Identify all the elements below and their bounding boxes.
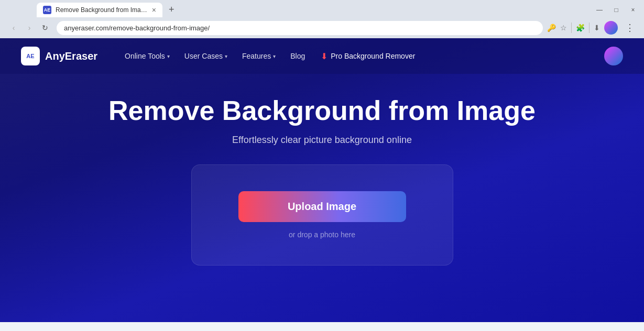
nav-pro-label: Pro Background Remover <box>331 52 415 60</box>
download-pro-icon: ⬇ <box>321 51 328 61</box>
bookmark-icon[interactable]: ☆ <box>560 24 567 32</box>
upload-card: Upload Image or drop a photo here <box>191 164 453 266</box>
forward-button[interactable]: › <box>22 20 37 35</box>
address-input[interactable] <box>57 21 543 35</box>
chevron-down-icon: ▾ <box>273 53 276 59</box>
upload-image-button[interactable]: Upload Image <box>238 191 406 222</box>
hero-subtitle: Effortlessly clear picture background on… <box>232 135 412 146</box>
separator <box>571 23 572 33</box>
chevron-down-icon: ▾ <box>225 53 227 59</box>
chevron-down-icon: ▾ <box>167 53 170 59</box>
nav-pro-remover[interactable]: ⬇ Pro Background Remover <box>313 47 422 65</box>
nav-features-label: Features <box>242 52 271 60</box>
browser-chrome: AE Remove Background from Imag... × + — … <box>0 0 644 38</box>
address-bar: ‹ › ↻ 🔑 ☆ 🧩 ⬇ ⋮ <box>0 17 644 38</box>
refresh-button[interactable]: ↻ <box>38 20 52 35</box>
minimize-button[interactable]: — <box>592 3 607 17</box>
nav-blog[interactable]: Blog <box>284 48 311 64</box>
logo-area[interactable]: AE AnyEraser <box>21 47 97 65</box>
navbar: AE AnyEraser Online Tools ▾ User Cases ▾… <box>0 38 644 74</box>
tab-favicon: AE <box>43 6 51 14</box>
browser-wrapper: AE Remove Background from Imag... × + — … <box>0 0 644 322</box>
browser-menu-button[interactable]: ⋮ <box>622 20 638 35</box>
logo-icon: AE <box>21 47 40 65</box>
maximize-button[interactable]: □ <box>608 3 624 17</box>
nav-links: Online Tools ▾ User Cases ▾ Features ▾ B… <box>118 47 596 65</box>
close-button[interactable]: × <box>625 3 641 17</box>
extensions-icon[interactable]: 🧩 <box>576 24 585 32</box>
drop-hint-text: or drop a photo here <box>289 230 355 239</box>
tab-close-icon[interactable]: × <box>152 6 156 14</box>
profile-avatar[interactable] <box>604 21 618 35</box>
nav-features[interactable]: Features ▾ <box>236 48 282 64</box>
separator2 <box>589 23 590 33</box>
hero-section: Remove Background from Image Effortlessl… <box>0 74 644 297</box>
user-avatar[interactable] <box>604 47 623 65</box>
back-button[interactable]: ‹ <box>6 20 21 35</box>
browser-tab[interactable]: AE Remove Background from Imag... × <box>37 3 162 17</box>
nav-online-tools[interactable]: Online Tools ▾ <box>118 48 176 64</box>
nav-user-cases-label: User Cases <box>184 52 223 60</box>
nav-online-tools-label: Online Tools <box>125 52 165 60</box>
new-tab-button[interactable]: + <box>165 2 179 17</box>
window-controls: — □ × <box>592 3 641 17</box>
logo-text: AnyEraser <box>45 50 97 62</box>
tab-title: Remove Background from Imag... <box>56 6 148 14</box>
webpage: AE AnyEraser Online Tools ▾ User Cases ▾… <box>0 38 644 322</box>
hero-title: Remove Background from Image <box>108 95 536 126</box>
download-icon[interactable]: ⬇ <box>594 24 600 32</box>
nav-user-cases[interactable]: User Cases ▾ <box>178 48 234 64</box>
password-manager-icon[interactable]: 🔑 <box>547 24 556 32</box>
